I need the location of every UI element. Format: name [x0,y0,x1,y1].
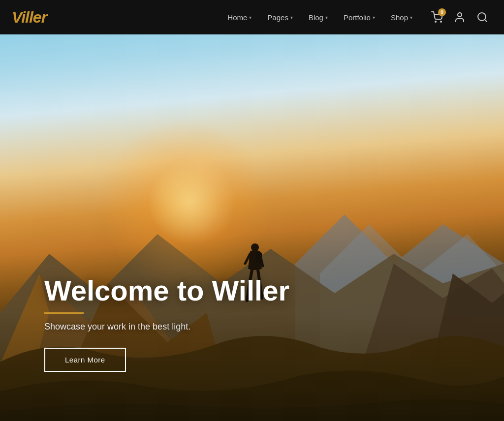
hero-title: Welcome to Willer [44,275,289,306]
nav-label-pages: Pages [267,13,288,22]
nav-link-shop[interactable]: Shop ▾ [384,9,419,26]
svg-line-14 [485,20,487,22]
account-icon [454,11,466,23]
nav-link-blog[interactable]: Blog ▾ [302,9,335,26]
nav-links: Home ▾ Pages ▾ Blog ▾ Portfolio ▾ [220,9,419,26]
chevron-down-icon: ▾ [410,15,412,20]
learn-more-button[interactable]: Learn More [44,348,126,372]
chevron-down-icon: ▾ [325,15,328,20]
nav-item-shop[interactable]: Shop ▾ [384,9,419,26]
chevron-down-icon: ▾ [249,15,252,20]
cart-button[interactable]: 0 [427,7,447,27]
svg-point-12 [458,13,462,17]
svg-rect-9 [256,252,262,263]
account-button[interactable] [450,7,470,27]
logo-highlight: e [33,8,41,26]
search-button[interactable] [472,7,492,27]
nav-label-shop: Shop [391,13,408,22]
nav-label-portfolio: Portfolio [344,13,371,22]
svg-point-10 [435,21,436,22]
hero-section: Viller Home ▾ Pages ▾ Blog ▾ [0,0,504,421]
nav-link-portfolio[interactable]: Portfolio ▾ [337,9,382,26]
search-icon [476,11,488,23]
svg-point-8 [251,243,259,251]
nav-link-pages[interactable]: Pages ▾ [260,9,300,26]
logo-text: Viller [12,8,47,26]
cart-count: 0 [438,8,446,16]
svg-point-11 [441,21,441,22]
hero-content: Welcome to Willer Showcase your work in … [44,275,289,372]
nav-label-home: Home [227,13,247,22]
chevron-down-icon: ▾ [373,15,375,20]
nav-item-blog[interactable]: Blog ▾ [302,9,335,26]
navbar: Viller Home ▾ Pages ▾ Blog ▾ [0,0,504,34]
nav-item-pages[interactable]: Pages ▾ [260,9,300,26]
nav-link-home[interactable]: Home ▾ [220,9,258,26]
nav-item-home[interactable]: Home ▾ [220,9,258,26]
chevron-down-icon: ▾ [290,15,293,20]
nav-item-portfolio[interactable]: Portfolio ▾ [337,9,382,26]
site-logo[interactable]: Viller [12,8,47,27]
nav-icons: 0 [427,7,492,27]
hero-divider [44,312,84,314]
hero-subtitle: Showcase your work in the best light. [44,322,289,332]
nav-label-blog: Blog [309,13,323,22]
